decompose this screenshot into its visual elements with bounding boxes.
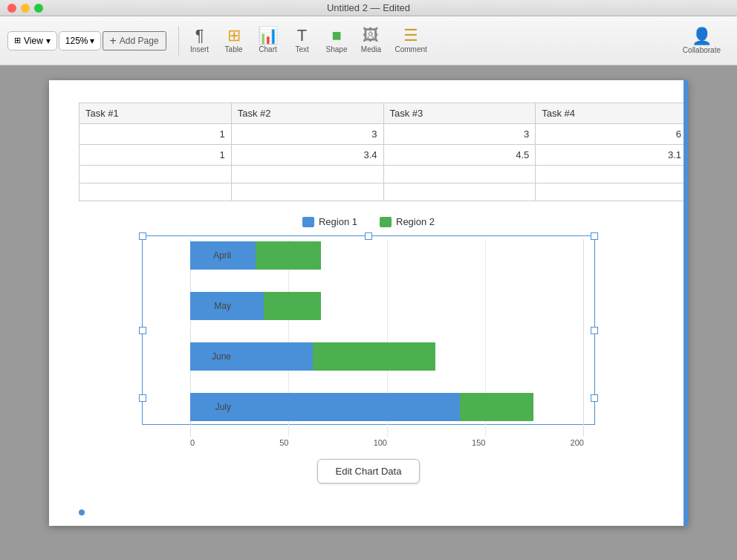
blue-marker xyxy=(79,509,85,515)
media-icon: 🖼 xyxy=(363,27,379,44)
table-cell-r0-c0[interactable]: 1 xyxy=(79,124,232,145)
chart-row: July xyxy=(190,391,584,423)
table-row[interactable] xyxy=(79,166,688,183)
zoom-button[interactable]: 125% ▾ xyxy=(59,31,101,51)
chart-row-label: April xyxy=(190,250,231,261)
table-row[interactable]: 1336 xyxy=(79,124,688,145)
add-page-label: Add Page xyxy=(120,36,159,46)
table-cell-r1-c0[interactable]: 1 xyxy=(79,145,232,166)
chart-icon: 📊 xyxy=(258,27,278,44)
table-cell-r2-c3[interactable] xyxy=(536,166,688,183)
handle-bot-right[interactable] xyxy=(591,394,598,402)
chart-inner: AprilMayJuneJuly 050100150200 xyxy=(146,239,591,447)
window-controls xyxy=(7,4,43,13)
collaborate-button[interactable]: 👤 Collaborate xyxy=(674,20,730,62)
comment-label: Comment xyxy=(395,45,426,53)
shape-label: Shape xyxy=(326,45,348,53)
shape-button[interactable]: ■ Shape xyxy=(320,20,354,62)
titlebar: Untitled 2 — Edited xyxy=(0,0,737,16)
text-button[interactable]: T Text xyxy=(286,20,319,62)
x-ticks: 050100150200 xyxy=(190,438,584,447)
view-label: View xyxy=(24,36,43,46)
text-label: Text xyxy=(295,45,308,53)
handle-mid-right[interactable] xyxy=(591,327,598,334)
x-tick-label: 200 xyxy=(571,438,584,447)
media-button[interactable]: 🖼 Media xyxy=(354,20,387,62)
table-row[interactable]: 13.44.53.1 xyxy=(79,145,688,166)
legend-label-region1: Region 1 xyxy=(319,216,357,227)
text-icon: T xyxy=(297,27,307,44)
handle-top-right[interactable] xyxy=(591,232,598,240)
legend-region2: Region 2 xyxy=(380,216,435,227)
page: Task #1 Task #2 Task #3 Task #4 133613.4… xyxy=(49,80,688,526)
canvas-area[interactable]: Task #1 Task #2 Task #3 Task #4 133613.4… xyxy=(0,65,737,560)
zoom-label: 125% xyxy=(65,36,88,46)
chart-row-label: July xyxy=(190,402,231,412)
toolbar-left-controls: ⊞ View ▾ 125% ▾ + Add Page xyxy=(7,31,166,51)
bar-region2 xyxy=(313,342,435,371)
legend-color-region2 xyxy=(380,217,392,227)
insert-icon: ¶ xyxy=(195,27,204,44)
comment-icon: ☰ xyxy=(403,27,418,44)
comment-button[interactable]: ☰ Comment xyxy=(389,20,432,62)
chart-row-label: June xyxy=(190,351,231,362)
table-cell-r0-c1[interactable]: 3 xyxy=(231,124,383,145)
table-icon: ⊞ xyxy=(227,27,241,44)
x-axis: 050100150200 xyxy=(146,438,591,447)
insert-button[interactable]: ¶ Insert xyxy=(184,20,216,62)
table-cell-r3-c3[interactable] xyxy=(536,183,688,201)
insert-label: Insert xyxy=(190,45,209,53)
close-button[interactable] xyxy=(7,4,16,13)
chart-body: AprilMayJuneJuly xyxy=(146,239,591,435)
view-button[interactable]: ⊞ View ▾ xyxy=(7,31,57,51)
chart-container[interactable]: AprilMayJuneJuly 050100150200 xyxy=(146,239,591,447)
chart-label: Chart xyxy=(259,45,276,53)
window-title: Untitled 2 — Edited xyxy=(327,2,410,13)
table-header-row: Task #1 Task #2 Task #3 Task #4 xyxy=(79,103,688,124)
bar-region2 xyxy=(460,393,533,421)
table-cell-r1-c2[interactable]: 4.5 xyxy=(383,145,536,166)
bar-region2 xyxy=(264,292,321,320)
chart-row: April xyxy=(190,239,584,272)
bar-group xyxy=(190,393,533,421)
table-cell-r2-c2[interactable] xyxy=(383,166,536,183)
collaborate-icon: 👤 xyxy=(692,27,712,46)
selection-bar xyxy=(684,80,688,526)
add-page-button[interactable]: + Add Page xyxy=(103,31,166,51)
edit-chart-button[interactable]: Edit Chart Data xyxy=(317,459,421,484)
table-header-task1: Task #1 xyxy=(79,103,232,124)
chart-button[interactable]: 📊 Chart xyxy=(252,20,285,62)
media-label: Media xyxy=(361,45,381,53)
legend-color-region1 xyxy=(302,217,314,227)
table-cell-r2-c0[interactable] xyxy=(79,166,232,183)
legend-region1: Region 1 xyxy=(302,216,357,227)
table-header-task3: Task #3 xyxy=(383,103,536,124)
table-cell-r3-c1[interactable] xyxy=(231,183,383,201)
minimize-button[interactable] xyxy=(21,4,30,13)
table-cell-r0-c2[interactable]: 3 xyxy=(383,124,536,145)
chart-row-label: May xyxy=(190,301,231,311)
table-row[interactable] xyxy=(79,183,688,201)
table-cell-r1-c1[interactable]: 3.4 xyxy=(231,145,383,166)
table-cell-r3-c2[interactable] xyxy=(383,183,536,201)
chart-legend: Region 1 Region 2 xyxy=(79,216,658,227)
table-label: Table xyxy=(225,45,243,53)
legend-label-region2: Region 2 xyxy=(396,216,435,227)
toolbar-right: 👤 Collaborate xyxy=(674,20,730,62)
table-cell-r2-c1[interactable] xyxy=(231,166,383,183)
table-cell-r3-c0[interactable] xyxy=(79,183,232,201)
x-tick-label: 150 xyxy=(472,438,485,447)
bar-region2 xyxy=(256,241,321,270)
table-button[interactable]: ⊞ Table xyxy=(218,20,250,62)
shape-icon: ■ xyxy=(331,27,341,44)
x-tick-label: 0 xyxy=(190,438,195,447)
maximize-button[interactable] xyxy=(34,4,43,13)
table-cell-r0-c3[interactable]: 6 xyxy=(536,124,688,145)
table-cell-r1-c3[interactable]: 3.1 xyxy=(536,145,688,166)
collaborate-label: Collaborate xyxy=(683,46,721,54)
x-tick-label: 50 xyxy=(279,438,288,447)
x-tick-label: 100 xyxy=(374,438,387,447)
toolbar: ⊞ View ▾ 125% ▾ + Add Page ¶ Insert ⊞ Ta… xyxy=(0,16,737,65)
data-table[interactable]: Task #1 Task #2 Task #3 Task #4 133613.4… xyxy=(79,102,688,201)
table-header-task2: Task #2 xyxy=(231,103,383,124)
